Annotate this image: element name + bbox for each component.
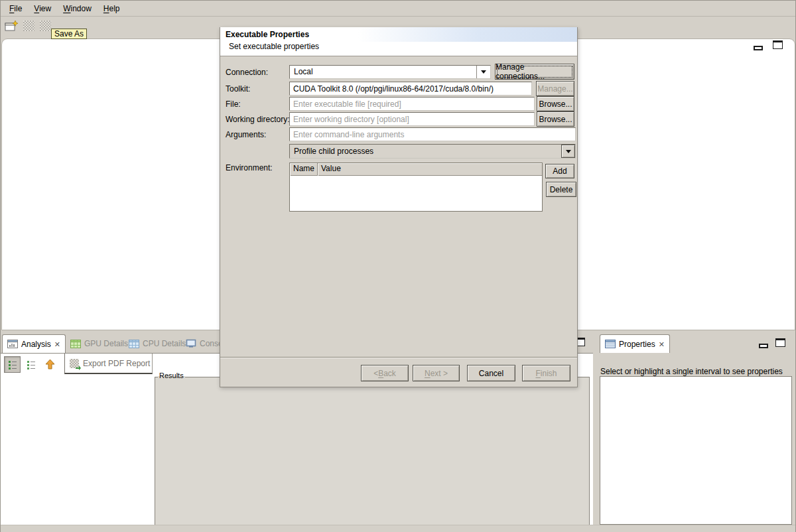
connection-label: Connection: <box>226 68 268 77</box>
export-pdf-label: Export PDF Report <box>83 359 150 368</box>
list-view-icon <box>7 360 18 370</box>
analysis-list-view-button[interactable] <box>4 356 21 373</box>
tab-analysis-label: Analysis <box>21 340 51 349</box>
tab-properties[interactable]: Properties ✕ <box>600 334 670 353</box>
tab-gpu-details[interactable]: GPU Details <box>66 334 133 353</box>
cancel-button[interactable]: Cancel <box>467 365 515 381</box>
save-button[interactable] <box>22 20 36 33</box>
export-pdf-icon <box>70 359 79 368</box>
tab-gpu-details-label: GPU Details <box>84 339 128 348</box>
export-pdf-report-button[interactable]: Export PDF Report <box>64 354 153 374</box>
cpu-details-icon <box>129 340 139 348</box>
next-button[interactable]: Next > <box>413 365 460 381</box>
back-button[interactable]: < Back <box>361 365 409 381</box>
menu-file[interactable]: File <box>3 2 28 15</box>
console-icon <box>186 339 196 348</box>
environment-table-header: Name Value <box>290 163 542 176</box>
tab-analysis[interactable]: Analysis ✕ <box>2 334 66 353</box>
menu-view[interactable]: View <box>28 2 57 15</box>
working-directory-label: Working directory: <box>226 115 289 124</box>
environment-table: Name Value <box>289 163 543 212</box>
profile-mode-combo[interactable]: Profile child processes <box>289 144 576 159</box>
toolkit-label: Toolkit: <box>226 84 250 94</box>
properties-maximize-icon[interactable] <box>775 338 785 349</box>
save-as-tooltip: Save As <box>51 29 87 39</box>
connection-value: Local <box>290 66 476 78</box>
profile-mode-value: Profile child processes <box>290 145 561 158</box>
file-input[interactable] <box>289 97 535 111</box>
tab-properties-label: Properties <box>619 340 655 349</box>
new-session-icon <box>5 20 19 33</box>
env-column-name[interactable]: Name <box>290 163 318 176</box>
file-label: File: <box>226 100 241 109</box>
browse-file-button[interactable]: Browse... <box>537 96 574 111</box>
arguments-label: Arguments: <box>226 130 266 139</box>
minimize-icon[interactable] <box>754 43 763 52</box>
dialog-separator <box>220 357 577 358</box>
analysis-guided-view-button[interactable] <box>23 356 39 373</box>
add-env-button[interactable]: Add <box>545 164 574 178</box>
up-arrow-icon <box>44 359 56 370</box>
properties-content-box <box>600 376 792 525</box>
properties-panel: Properties ✕ Select or highlight a singl… <box>598 334 795 525</box>
browse-workdir-button[interactable]: Browse... <box>537 111 574 127</box>
menu-help[interactable]: Help <box>98 2 126 15</box>
finish-button[interactable]: Finish <box>522 365 570 381</box>
tab-cpu-details-label: CPU Details <box>143 339 186 348</box>
status-bar <box>1 525 795 532</box>
results-legend: Results <box>158 371 185 379</box>
dialog-subtitle: Set executable properties <box>229 42 319 51</box>
dialog-header: Executable Properties Set executable pro… <box>220 27 577 56</box>
executable-properties-dialog: Executable Properties Set executable pro… <box>220 27 578 387</box>
manage-connections-button[interactable]: Manage connections... <box>495 64 574 80</box>
arguments-input[interactable] <box>289 127 576 141</box>
toolkit-input[interactable] <box>289 82 532 96</box>
properties-icon <box>605 340 616 348</box>
maximize-icon[interactable] <box>773 40 783 51</box>
save-icon <box>23 21 34 31</box>
dialog-title: Executable Properties <box>226 30 309 39</box>
properties-message: Select or highlight a single interval to… <box>600 367 783 376</box>
dialog-banner <box>358 27 577 42</box>
profile-mode-combo-arrow-icon[interactable] <box>561 145 575 158</box>
new-session-button[interactable] <box>5 20 19 33</box>
tab-properties-close-icon[interactable]: ✕ <box>659 341 665 348</box>
properties-tabbar: Properties ✕ <box>598 334 795 353</box>
properties-minimize-icon[interactable] <box>759 341 768 350</box>
working-directory-input[interactable] <box>289 112 535 126</box>
env-column-value[interactable]: Value <box>318 163 542 176</box>
environment-label: Environment: <box>226 163 273 172</box>
connection-combo[interactable]: Local <box>289 65 491 79</box>
results-group: Results <box>155 377 590 532</box>
app-window: File View Window Help Save As <box>0 0 796 532</box>
manage-toolkit-button[interactable]: Manage... <box>536 81 574 96</box>
analysis-up-button[interactable] <box>42 356 58 373</box>
menu-bar: File View Window Help <box>1 1 795 17</box>
save-as-icon <box>40 21 51 31</box>
tab-analysis-close-icon[interactable]: ✕ <box>54 341 60 348</box>
analysis-icon <box>7 340 18 348</box>
gpu-details-icon <box>70 340 81 348</box>
connection-combo-arrow-icon[interactable] <box>476 66 490 78</box>
guided-view-icon <box>26 360 36 370</box>
menu-window[interactable]: Window <box>57 2 98 15</box>
delete-env-button[interactable]: Delete <box>546 182 576 197</box>
